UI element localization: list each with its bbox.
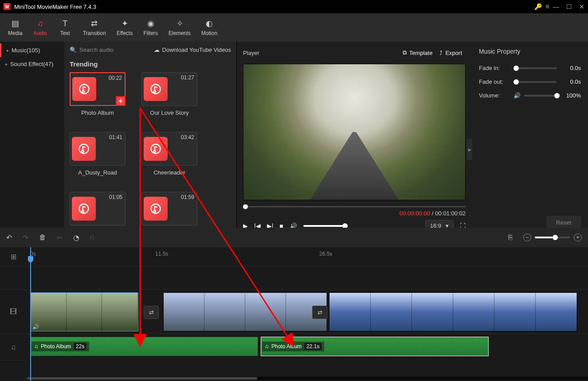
current-time: 00:00:00:00 (400, 210, 430, 217)
upgrade-key-icon[interactable]: 🔑 (534, 3, 542, 10)
text-icon: T (63, 19, 67, 28)
seek-bar[interactable] (243, 205, 466, 208)
music-note-icon: ♫ (265, 343, 269, 350)
speaker-icon: 🔊 (32, 324, 39, 330)
video-clip[interactable] (163, 292, 327, 331)
fade-out-value: 0.0s (561, 78, 581, 85)
section-title: Trending (64, 58, 236, 72)
fit-timeline-button[interactable]: ⎘ (508, 233, 513, 241)
playhead[interactable] (30, 247, 31, 381)
audio-card[interactable]: 01:41A_Dusty_Road (70, 132, 125, 176)
toolbar-audio[interactable]: ♫Audio (29, 16, 52, 39)
video-clip[interactable]: 🔊 (30, 292, 138, 331)
toolbar-motion[interactable]: ◐Motion (197, 16, 222, 39)
zoom-slider[interactable] (535, 237, 570, 238)
transition-slot[interactable]: ⇄ (144, 306, 159, 319)
motion-icon: ◐ (206, 19, 213, 28)
volume-slider[interactable] (303, 225, 348, 227)
video-track[interactable]: 🔊 ⇄ ⇄ (27, 290, 588, 334)
template-button[interactable]: ⧉ Template (399, 47, 436, 58)
card-name: Cheerleader (141, 166, 197, 176)
timeline-scrollbar[interactable] (27, 377, 588, 380)
download-youtube-button[interactable]: ☁ Download YouTube Videos (154, 47, 231, 53)
search-input[interactable]: 🔍 Search audio (70, 47, 114, 53)
sidenav-item[interactable]: Music(105) (0, 43, 64, 57)
app-logo: M (4, 3, 11, 10)
audio-icon: ♫ (37, 19, 43, 28)
toolbar-transition[interactable]: ⇄Transition (78, 16, 110, 39)
close-button[interactable]: ✕ (579, 3, 584, 10)
timeline-panel: ↶ ↷ 🗑 ✂ ◔ ⎌ ⎘ − + ⊞ 🎞 ♫ 0s11.5s26.5s 🔊 ⇄ (0, 228, 588, 381)
media-icon: ▤ (12, 19, 19, 28)
audio-clip-name: Photo Album (41, 343, 71, 350)
volume-icon[interactable]: 🔊 (514, 92, 521, 99)
search-placeholder: Search audio (79, 47, 114, 53)
card-name: Photo Album (70, 106, 125, 116)
delete-button[interactable]: 🗑 (39, 233, 46, 241)
volume-prop-slider[interactable] (524, 95, 557, 97)
audio-clip[interactable]: ♫Photo Album22.1s (261, 337, 489, 356)
fade-in-value: 0.0s (561, 65, 581, 71)
audio-card[interactable]: 00:22+Photo Album (70, 72, 125, 116)
audio-card[interactable]: 03:42Cheerleader (141, 132, 197, 176)
video-clip[interactable] (329, 292, 577, 331)
cloud-download-icon: ☁ (154, 47, 160, 53)
redo-button[interactable]: ↷ (23, 233, 28, 242)
library-browser: 🔍 Search audio ☁ Download YouTube Videos… (64, 42, 236, 236)
fade-out-label: Fade out: (479, 78, 510, 85)
zoom-out-button[interactable]: − (523, 233, 531, 241)
hamburger-menu-icon[interactable]: ≡ (545, 3, 549, 11)
library-nav: Music(105)Sound Effect(47) (0, 42, 64, 236)
transition-icon: ⇄ (91, 19, 98, 28)
card-duration: 01:41 (109, 134, 122, 140)
effects-icon: ✦ (122, 19, 128, 28)
crop-button[interactable]: ⎌ (90, 233, 94, 241)
add-to-timeline-button[interactable]: + (116, 96, 125, 106)
toolbar-elements[interactable]: ✧Elements (164, 16, 195, 39)
card-duration: 00:22 (109, 75, 122, 81)
time-ruler[interactable]: 0s11.5s26.5s (27, 247, 588, 267)
export-button[interactable]: ⤴ Export (436, 48, 466, 58)
volume-label: Volume: (479, 92, 510, 99)
audio-track[interactable]: ♫Photo Album22s♫Photo Album22.1s (27, 334, 588, 361)
property-panel: Music Property Fade in: 0.0s Fade out: 0… (472, 42, 588, 236)
undo-button[interactable]: ↶ (6, 233, 12, 242)
fade-in-slider[interactable] (514, 67, 557, 69)
sidenav-item[interactable]: Sound Effect(47) (0, 57, 64, 71)
library-panel: Music(105)Sound Effect(47) 🔍 Search audi… (0, 42, 237, 236)
audio-clip[interactable]: ♫Photo Album22s (30, 337, 258, 356)
filters-icon: ◉ (147, 19, 154, 28)
toolbar-effects[interactable]: ✦Effects (112, 16, 137, 39)
split-button[interactable]: ✂ (57, 233, 63, 242)
video-preview[interactable] (243, 64, 466, 200)
fade-out-slider[interactable] (514, 81, 557, 83)
toolbar-filters[interactable]: ◉Filters (139, 16, 162, 39)
main-toolbar: ▤Media♫AudioTText⇄Transition✦Effects◉Fil… (0, 13, 588, 42)
minimize-button[interactable]: — (553, 3, 559, 10)
card-name: A_Dusty_Road (70, 166, 125, 176)
toolbar-text[interactable]: TText (54, 16, 77, 39)
template-icon: ⧉ (403, 49, 407, 56)
volume-value: 100% (561, 92, 581, 99)
add-track-button[interactable]: ⊞ (0, 247, 27, 267)
music-note-icon (72, 77, 96, 101)
player-title: Player (243, 50, 399, 56)
maximize-button[interactable]: ☐ (566, 3, 572, 10)
speed-button[interactable]: ◔ (73, 233, 79, 242)
toolbar-media[interactable]: ▤Media (4, 16, 27, 39)
zoom-in-button[interactable]: + (574, 233, 582, 241)
download-label: Download YouTube Videos (162, 47, 231, 53)
card-duration: 01:59 (181, 194, 194, 200)
music-note-icon (72, 197, 96, 221)
search-icon: 🔍 (70, 47, 77, 53)
music-note-icon (72, 137, 96, 161)
audio-card[interactable]: 01:27Our Love Story (141, 72, 197, 116)
audio-clip-duration: 22.1s (304, 343, 321, 350)
title-bar: M MiniTool MovieMaker Free 7.4.3 🔑 ≡ — ☐… (0, 0, 588, 13)
transition-slot[interactable]: ⇄ (312, 306, 327, 319)
music-note-icon (144, 197, 168, 221)
music-note-icon (144, 77, 168, 101)
audio-track-icon: ♫ (0, 334, 27, 361)
collapse-panel-button[interactable]: ▸ (467, 139, 472, 160)
music-note-icon (144, 137, 168, 161)
